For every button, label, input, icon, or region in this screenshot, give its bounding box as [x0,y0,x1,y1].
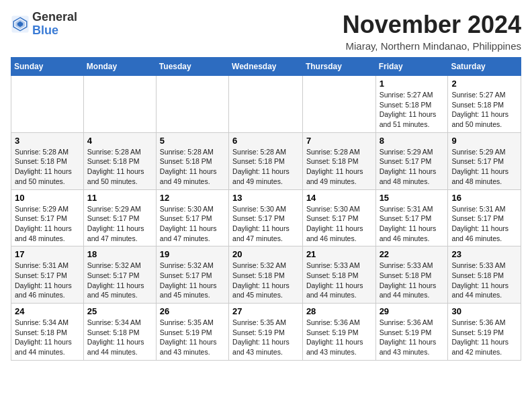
weekday-header-thursday: Thursday [302,58,375,76]
calendar-cell: 10Sunrise: 5:29 AM Sunset: 5:17 PM Dayli… [11,189,84,246]
calendar-cell: 19Sunrise: 5:32 AM Sunset: 5:17 PM Dayli… [156,246,228,304]
day-number: 28 [306,306,372,316]
day-info: Sunrise: 5:28 AM Sunset: 5:18 PM Dayligh… [306,147,372,187]
calendar-cell: 1Sunrise: 5:27 AM Sunset: 5:18 PM Daylig… [375,76,448,133]
logo-general-text: General [32,10,77,24]
day-number: 21 [306,249,372,259]
day-number: 27 [232,306,299,316]
day-info: Sunrise: 5:36 AM Sunset: 5:19 PM Dayligh… [451,318,517,357]
week-row-1: 1Sunrise: 5:27 AM Sunset: 5:18 PM Daylig… [11,76,521,133]
calendar-cell: 5Sunrise: 5:28 AM Sunset: 5:18 PM Daylig… [156,132,228,189]
weekday-header-row: SundayMondayTuesdayWednesdayThursdayFrid… [11,58,521,76]
day-number: 12 [160,193,225,203]
day-info: Sunrise: 5:31 AM Sunset: 5:17 PM Dayligh… [451,204,517,244]
day-number: 5 [160,136,225,146]
calendar-cell: 4Sunrise: 5:28 AM Sunset: 5:18 PM Daylig… [83,132,156,189]
calendar-cell: 13Sunrise: 5:30 AM Sunset: 5:17 PM Dayli… [229,189,303,246]
calendar-cell [229,76,303,133]
day-info: Sunrise: 5:27 AM Sunset: 5:18 PM Dayligh… [451,90,517,130]
day-number: 16 [451,193,517,203]
day-info: Sunrise: 5:36 AM Sunset: 5:19 PM Dayligh… [380,318,445,357]
day-info: Sunrise: 5:30 AM Sunset: 5:17 PM Dayligh… [306,204,372,244]
day-number: 6 [232,136,299,146]
day-info: Sunrise: 5:29 AM Sunset: 5:17 PM Dayligh… [15,204,80,244]
calendar-cell: 21Sunrise: 5:33 AM Sunset: 5:18 PM Dayli… [302,246,375,304]
calendar-cell: 24Sunrise: 5:34 AM Sunset: 5:18 PM Dayli… [11,304,84,361]
calendar-cell [156,76,228,133]
day-info: Sunrise: 5:36 AM Sunset: 5:19 PM Dayligh… [306,318,372,357]
day-info: Sunrise: 5:27 AM Sunset: 5:18 PM Dayligh… [380,90,445,130]
day-number: 14 [306,193,372,203]
calendar-table: SundayMondayTuesdayWednesdayThursdayFrid… [11,57,521,361]
day-number: 9 [451,136,517,146]
day-info: Sunrise: 5:34 AM Sunset: 5:18 PM Dayligh… [15,318,80,357]
day-number: 30 [451,306,517,316]
calendar-cell: 22Sunrise: 5:33 AM Sunset: 5:18 PM Dayli… [375,246,448,304]
calendar-cell: 23Sunrise: 5:33 AM Sunset: 5:18 PM Dayli… [448,246,521,304]
day-info: Sunrise: 5:28 AM Sunset: 5:18 PM Dayligh… [160,147,225,187]
day-number: 25 [87,306,152,316]
month-title: November 2024 [343,11,521,39]
day-info: Sunrise: 5:35 AM Sunset: 5:19 PM Dayligh… [160,318,225,357]
day-number: 18 [87,249,152,259]
calendar-cell: 11Sunrise: 5:29 AM Sunset: 5:17 PM Dayli… [83,189,156,246]
calendar-cell: 12Sunrise: 5:30 AM Sunset: 5:17 PM Dayli… [156,189,228,246]
day-info: Sunrise: 5:28 AM Sunset: 5:18 PM Dayligh… [232,147,299,187]
day-info: Sunrise: 5:32 AM Sunset: 5:17 PM Dayligh… [160,261,225,300]
calendar-cell: 27Sunrise: 5:35 AM Sunset: 5:19 PM Dayli… [229,304,303,361]
calendar-cell: 15Sunrise: 5:31 AM Sunset: 5:17 PM Dayli… [375,189,448,246]
day-info: Sunrise: 5:33 AM Sunset: 5:18 PM Dayligh… [306,261,372,300]
day-number: 11 [87,193,152,203]
day-info: Sunrise: 5:33 AM Sunset: 5:18 PM Dayligh… [451,261,517,300]
day-number: 10 [15,193,80,203]
day-number: 29 [380,306,445,316]
calendar-cell: 29Sunrise: 5:36 AM Sunset: 5:19 PM Dayli… [375,304,448,361]
logo-icon [11,15,30,34]
day-info: Sunrise: 5:29 AM Sunset: 5:17 PM Dayligh… [451,147,517,187]
day-info: Sunrise: 5:31 AM Sunset: 5:17 PM Dayligh… [15,261,80,300]
day-number: 17 [15,249,80,259]
day-info: Sunrise: 5:34 AM Sunset: 5:18 PM Dayligh… [87,318,152,357]
day-number: 22 [380,249,445,259]
day-number: 23 [451,249,517,259]
calendar-cell: 25Sunrise: 5:34 AM Sunset: 5:18 PM Dayli… [83,304,156,361]
calendar-cell: 3Sunrise: 5:28 AM Sunset: 5:18 PM Daylig… [11,132,84,189]
day-number: 19 [160,249,225,259]
day-number: 15 [380,193,445,203]
page-header: General Blue November 2024 Miaray, North… [11,11,521,52]
weekday-header-tuesday: Tuesday [156,58,228,76]
calendar-cell: 18Sunrise: 5:32 AM Sunset: 5:17 PM Dayli… [83,246,156,304]
day-number: 3 [15,136,80,146]
day-number: 4 [87,136,152,146]
day-number: 7 [306,136,372,146]
location-subtitle: Miaray, Northern Mindanao, Philippines [343,40,521,52]
day-info: Sunrise: 5:28 AM Sunset: 5:18 PM Dayligh… [87,147,152,187]
calendar-cell: 6Sunrise: 5:28 AM Sunset: 5:18 PM Daylig… [229,132,303,189]
logo-text: General Blue [32,11,77,38]
calendar-cell: 16Sunrise: 5:31 AM Sunset: 5:17 PM Dayli… [448,189,521,246]
calendar-cell: 20Sunrise: 5:32 AM Sunset: 5:18 PM Dayli… [229,246,303,304]
day-number: 26 [160,306,225,316]
week-row-2: 3Sunrise: 5:28 AM Sunset: 5:18 PM Daylig… [11,132,521,189]
day-info: Sunrise: 5:32 AM Sunset: 5:18 PM Dayligh… [232,261,299,300]
day-info: Sunrise: 5:33 AM Sunset: 5:18 PM Dayligh… [380,261,445,300]
day-number: 1 [380,79,445,89]
weekday-header-wednesday: Wednesday [229,58,303,76]
weekday-header-sunday: Sunday [11,58,84,76]
calendar-cell [11,76,84,133]
calendar-cell: 17Sunrise: 5:31 AM Sunset: 5:17 PM Dayli… [11,246,84,304]
calendar-cell: 9Sunrise: 5:29 AM Sunset: 5:17 PM Daylig… [448,132,521,189]
calendar-cell: 26Sunrise: 5:35 AM Sunset: 5:19 PM Dayli… [156,304,228,361]
day-number: 20 [232,249,299,259]
day-info: Sunrise: 5:29 AM Sunset: 5:17 PM Dayligh… [87,204,152,244]
calendar-cell: 30Sunrise: 5:36 AM Sunset: 5:19 PM Dayli… [448,304,521,361]
weekday-header-monday: Monday [83,58,156,76]
logo-blue-text: Blue [32,24,58,37]
week-row-3: 10Sunrise: 5:29 AM Sunset: 5:17 PM Dayli… [11,189,521,246]
day-number: 2 [451,79,517,89]
title-area: November 2024 Miaray, Northern Mindanao,… [343,11,521,52]
day-number: 13 [232,193,299,203]
day-info: Sunrise: 5:29 AM Sunset: 5:17 PM Dayligh… [380,147,445,187]
calendar-cell: 2Sunrise: 5:27 AM Sunset: 5:18 PM Daylig… [448,76,521,133]
calendar-cell [83,76,156,133]
